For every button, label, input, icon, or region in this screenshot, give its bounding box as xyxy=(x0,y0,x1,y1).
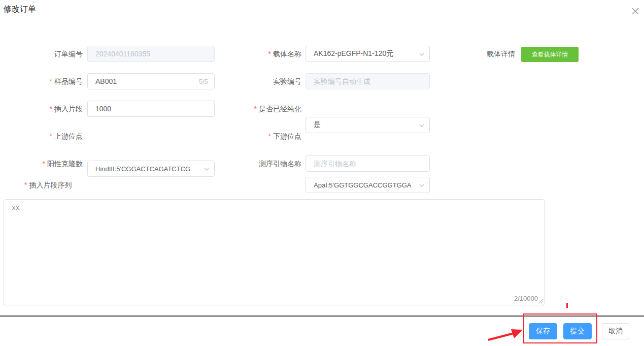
downstream-site-value: ApaI:5'GGTGGCGACCGGTGGA xyxy=(314,181,414,189)
downstream-site-select[interactable]: ApaI:5'GGTGGCGACCGGTGGA xyxy=(306,177,430,193)
required-asterisk: * xyxy=(50,77,52,85)
modify-order-dialog: 修改订单 订单编号 *载体名称 AK162-pEGFP-N1-120元 载体详情… xyxy=(0,0,644,346)
required-asterisk: * xyxy=(50,105,52,113)
order-no-field xyxy=(87,46,215,62)
sample-no-input[interactable] xyxy=(88,74,214,89)
required-asterisk: * xyxy=(24,181,27,189)
close-icon[interactable] xyxy=(628,4,642,18)
purified-select[interactable]: 是 xyxy=(306,117,430,133)
cancel-button[interactable]: 取消 xyxy=(602,323,629,339)
annotation-arrow-icon xyxy=(482,325,529,343)
upstream-site-select[interactable]: HindIII:5'CGGACTCAGATCTCG xyxy=(87,161,215,177)
sample-no-field[interactable]: 5/5 xyxy=(87,73,215,89)
chevron-down-icon xyxy=(419,182,425,188)
upstream-site-value: HindIII:5'CGGACTCAGATCTCG xyxy=(95,165,199,173)
purified-label: *是否已经纯化 xyxy=(218,101,301,117)
resize-handle-icon[interactable] xyxy=(538,299,543,304)
required-asterisk: * xyxy=(254,105,257,113)
required-asterisk: * xyxy=(268,132,271,140)
save-button[interactable]: 保存 xyxy=(529,323,557,339)
insert-sequence-counter: 2/10000 xyxy=(514,295,538,302)
primer-name-input[interactable] xyxy=(306,156,429,171)
insert-fragment-input[interactable] xyxy=(88,101,214,116)
vector-name-value: AK162-pEGFP-N1-120元 xyxy=(314,49,414,58)
insert-fragment-field[interactable] xyxy=(87,101,215,117)
order-no-label: 订单编号 xyxy=(0,46,83,62)
vector-name-label: *载体名称 xyxy=(218,46,301,62)
exp-no-input xyxy=(306,74,429,89)
annotation-dash xyxy=(566,303,568,308)
insert-sequence-field: xx 2/10000 xyxy=(4,199,545,305)
vector-name-select[interactable]: AK162-pEGFP-N1-120元 xyxy=(306,46,430,62)
purified-value: 是 xyxy=(314,120,414,130)
footer-divider xyxy=(0,316,644,317)
insert-sequence-textarea[interactable]: xx xyxy=(4,200,544,305)
chevron-down-icon xyxy=(419,122,425,129)
close-x-glyph xyxy=(631,7,640,16)
dialog-title: 修改订单 xyxy=(4,4,36,15)
required-asterisk: * xyxy=(43,160,45,168)
exp-no-label: 实验编号 xyxy=(218,73,301,89)
primer-name-label: 测序引物名称 xyxy=(218,155,301,172)
sample-no-label: *样品编号 xyxy=(0,73,83,89)
required-asterisk: * xyxy=(268,50,271,58)
insert-fragment-label: *插入片段 xyxy=(0,101,83,117)
insert-sequence-label: *插入片段序列 xyxy=(24,181,72,190)
chevron-down-icon xyxy=(204,166,210,172)
exp-no-field xyxy=(306,73,430,89)
primer-name-field[interactable] xyxy=(306,155,430,172)
vector-detail-label: 载体详情 xyxy=(457,46,515,62)
sample-no-counter: 5/5 xyxy=(199,74,208,90)
view-vector-detail-button[interactable]: 查看载体详情 xyxy=(521,47,579,62)
downstream-site-label: *下游位点 xyxy=(218,128,301,144)
positive-clones-label: *阳性克隆数 xyxy=(0,155,83,172)
chevron-down-icon xyxy=(419,51,425,57)
upstream-site-label: *上游位点 xyxy=(0,128,83,144)
submit-button[interactable]: 提交 xyxy=(563,323,592,339)
order-no-input xyxy=(88,46,214,61)
required-asterisk: * xyxy=(50,132,52,140)
